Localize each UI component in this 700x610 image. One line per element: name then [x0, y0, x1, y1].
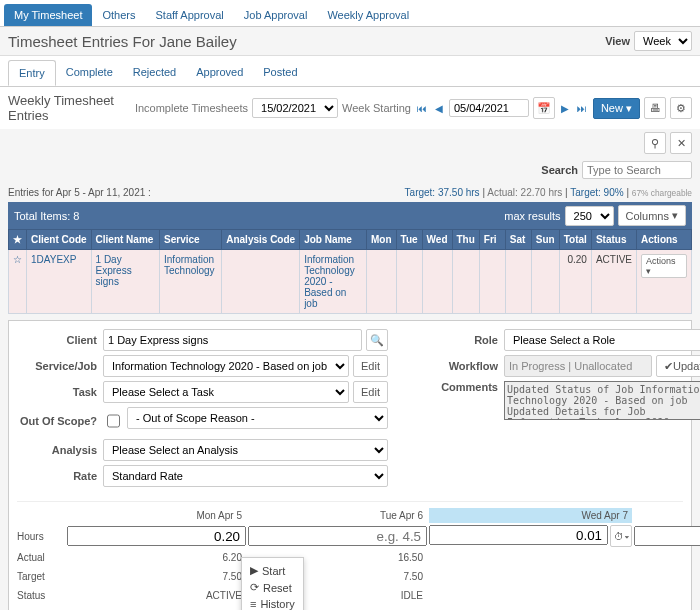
max-results-label: max results	[504, 210, 560, 222]
oos-label: Out Of Scope?	[17, 415, 97, 427]
timer-menu: ▶ Start ⟳ Reset ≡ History	[241, 557, 304, 610]
weekstart-input[interactable]	[449, 99, 529, 117]
row-actions-button[interactable]: Actions ▾	[641, 254, 687, 278]
filter-row: ⚲ ✕	[0, 129, 700, 157]
page-title: Timesheet Entries For Jane Bailey	[8, 33, 237, 50]
first-week-icon[interactable]: ⏮	[415, 103, 429, 114]
status-label: Status	[17, 587, 65, 604]
table-row[interactable]: ☆ 1DAYEXP 1 Day Express signs Informatio…	[9, 250, 692, 314]
col-total[interactable]: Total	[559, 230, 591, 250]
incomplete-label: Incomplete Timesheets	[135, 102, 248, 114]
incomplete-select[interactable]: 15/02/2021	[252, 98, 338, 118]
hours-mon[interactable]	[67, 526, 246, 546]
menu-start[interactable]: ▶ Start	[248, 562, 297, 579]
day-grid: Mon Apr 5 Tue Apr 6 Wed Apr 7 Thu Apr 8 …	[17, 501, 683, 604]
col-sat[interactable]: Sat	[505, 230, 531, 250]
tab-others[interactable]: Others	[92, 4, 145, 26]
analysis-select[interactable]: Please Select an Analysis	[103, 439, 388, 461]
workflow-update-button[interactable]: ✔ Update	[656, 355, 700, 377]
top-nav: My Timesheet Others Staff Approval Job A…	[0, 0, 700, 27]
search-input[interactable]	[582, 161, 692, 179]
col-service[interactable]: Service	[160, 230, 222, 250]
row-star[interactable]: ☆	[9, 250, 27, 314]
columns-button[interactable]: Columns ▾	[618, 205, 686, 226]
hours-wed[interactable]	[429, 525, 608, 545]
dayhead-tue: Tue Apr 6	[248, 508, 427, 523]
task-select[interactable]: Please Select a Task	[103, 381, 349, 403]
view-label: View	[605, 35, 630, 47]
tab-weekly-approval[interactable]: Weekly Approval	[317, 4, 419, 26]
rate-label: Rate	[17, 470, 97, 482]
col-actions[interactable]: Actions	[637, 230, 692, 250]
oos-reason-select[interactable]: - Out of Scope Reason -	[127, 407, 388, 429]
total-bar: Total Items: 8 max results 250 Columns ▾	[8, 202, 692, 229]
clear-filter-icon[interactable]: ✕	[670, 132, 692, 154]
row-total: 0.20	[559, 250, 591, 314]
filter-icon[interactable]: ⚲	[644, 132, 666, 154]
col-client-name[interactable]: Client Name	[91, 230, 159, 250]
calendar-icon[interactable]: 📅	[533, 97, 555, 119]
header-row: ★ Client Code Client Name Service Analys…	[9, 230, 692, 250]
timer-icon[interactable]: ⏱▾	[610, 525, 632, 547]
oos-checkbox[interactable]	[107, 410, 120, 432]
service-edit-button[interactable]: Edit	[353, 355, 388, 377]
col-sun[interactable]: Sun	[531, 230, 559, 250]
view-select[interactable]: Week	[634, 31, 692, 51]
tab-staff-approval[interactable]: Staff Approval	[145, 4, 233, 26]
service-label: Service/Job	[17, 360, 97, 372]
task-edit-button[interactable]: Edit	[353, 381, 388, 403]
entries-for: Entries for Apr 5 - Apr 11, 2021 :	[8, 187, 151, 198]
role-label: Role	[418, 334, 498, 346]
col-tue[interactable]: Tue	[396, 230, 422, 250]
actual-hours: Actual: 22.70 hrs	[487, 187, 562, 198]
task-label: Task	[17, 386, 97, 398]
subtab-posted[interactable]: Posted	[253, 60, 307, 86]
role-select[interactable]: Please Select a Role	[504, 329, 700, 351]
row-analysis	[222, 250, 300, 314]
max-results-select[interactable]: 250	[565, 206, 614, 226]
comments-area[interactable]: Updated Status of Job Information Techno…	[504, 381, 700, 420]
new-button[interactable]: New ▾	[593, 98, 640, 119]
row-service[interactable]: Information Technology	[160, 250, 222, 314]
dayhead-wed: Wed Apr 7	[429, 508, 632, 523]
row-job[interactable]: Information Technology 2020 - Based on j…	[300, 250, 367, 314]
next-week-icon[interactable]: ▶	[559, 103, 571, 114]
hours-thu[interactable]	[634, 526, 700, 546]
gear-icon[interactable]: ⚙	[670, 97, 692, 119]
print-icon[interactable]: 🖶	[644, 97, 666, 119]
subtab-entry[interactable]: Entry	[8, 60, 56, 86]
client-input[interactable]	[103, 329, 362, 351]
menu-history[interactable]: ≡ History	[248, 596, 297, 610]
analysis-label: Analysis	[17, 444, 97, 456]
subtab-complete[interactable]: Complete	[56, 60, 123, 86]
weekstart-label: Week Starting	[342, 102, 411, 114]
search-label: Search	[541, 164, 578, 176]
hours-tue[interactable]	[248, 526, 427, 546]
last-week-icon[interactable]: ⏭	[575, 103, 589, 114]
subtab-rejected[interactable]: Rejected	[123, 60, 186, 86]
col-status[interactable]: Status	[591, 230, 636, 250]
col-mon[interactable]: Mon	[366, 230, 396, 250]
target-pct: Target: 90%	[570, 187, 623, 198]
rate-select[interactable]: Standard Rate	[103, 465, 388, 487]
col-job[interactable]: Job Name	[300, 230, 367, 250]
tab-my-timesheet[interactable]: My Timesheet	[4, 4, 92, 26]
row-client-code[interactable]: 1DAYEXP	[27, 250, 92, 314]
service-select[interactable]: Information Technology 2020 - Based on j…	[103, 355, 349, 377]
col-analysis[interactable]: Analysis Code	[222, 230, 300, 250]
col-star[interactable]: ★	[9, 230, 27, 250]
col-fri[interactable]: Fri	[479, 230, 505, 250]
target-hours: Target: 37.50 hrs	[405, 187, 480, 198]
menu-reset[interactable]: ⟳ Reset	[248, 579, 297, 596]
dayhead-mon: Mon Apr 5	[67, 508, 246, 523]
col-client-code[interactable]: Client Code	[27, 230, 92, 250]
tab-job-approval[interactable]: Job Approval	[234, 4, 318, 26]
row-client-name[interactable]: 1 Day Express signs	[91, 250, 159, 314]
col-thu[interactable]: Thu	[452, 230, 479, 250]
prev-week-icon[interactable]: ◀	[433, 103, 445, 114]
page-title-row: Timesheet Entries For Jane Bailey View W…	[0, 27, 700, 56]
subtab-approved[interactable]: Approved	[186, 60, 253, 86]
total-items: Total Items: 8	[14, 210, 79, 222]
client-search-icon[interactable]: 🔍	[366, 329, 388, 351]
col-wed[interactable]: Wed	[422, 230, 452, 250]
